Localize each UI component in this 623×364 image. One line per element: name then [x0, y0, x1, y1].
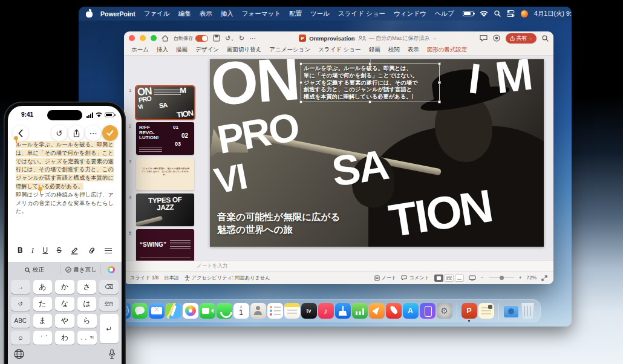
- menu-clock[interactable]: 4月1日(火) 9:41: [534, 10, 572, 18]
- contacts-icon[interactable]: [250, 303, 266, 319]
- key-ha-row[interactable]: は: [77, 297, 97, 311]
- zoom-button[interactable]: [151, 35, 157, 41]
- notes-bar[interactable]: ノートを入力: [124, 261, 553, 271]
- messages-icon[interactable]: [132, 303, 148, 319]
- pages-icon[interactable]: [369, 303, 385, 319]
- slide-thumbnail-2[interactable]: R/FFREVO-LUTION! 01 02 03: [136, 122, 194, 155]
- key-space[interactable]: 空白: [99, 297, 119, 311]
- zoom-slider[interactable]: [489, 278, 514, 278]
- stickies-icon[interactable]: [478, 303, 494, 319]
- slide-sorter-view-button[interactable]: [445, 275, 454, 282]
- minimize-button[interactable]: [140, 35, 146, 41]
- key-wa-row[interactable]: わ: [55, 331, 74, 345]
- facetime-icon[interactable]: [200, 303, 215, 319]
- slide-thumbnail-5[interactable]: “SWING”: [136, 229, 194, 261]
- menu-window[interactable]: ウィンドウ: [394, 10, 426, 18]
- home-icon[interactable]: [161, 35, 169, 42]
- iphone-mirroring-icon[interactable]: [420, 303, 435, 319]
- proofread-button[interactable]: 校正: [8, 265, 61, 275]
- selection-handle[interactable]: [438, 81, 441, 84]
- link-icon[interactable]: [88, 247, 96, 255]
- launchpad-icon[interactable]: [386, 303, 402, 319]
- selection-handle[interactable]: [438, 100, 441, 103]
- key-abc[interactable]: ABC: [11, 314, 30, 328]
- menu-app-name[interactable]: PowerPoint: [100, 10, 135, 18]
- slideshow-button[interactable]: [469, 275, 476, 281]
- comments-icon[interactable]: [480, 34, 488, 42]
- phone-icon[interactable]: [217, 303, 232, 319]
- save-status[interactable]: — 自分のMacに保存済み: [369, 34, 430, 42]
- key-na-row[interactable]: な: [55, 297, 74, 311]
- menu-tools[interactable]: ツール: [310, 10, 330, 18]
- list-format-icon[interactable]: [105, 248, 112, 253]
- menu-extra-app-icon[interactable]: [521, 10, 528, 18]
- selection-handle[interactable]: [438, 62, 441, 65]
- accessibility-status[interactable]: アクセシビリティ: 問題ありません: [184, 275, 270, 281]
- share-button[interactable]: 共有 ⌄: [506, 33, 537, 44]
- powerpoint-dock-icon[interactable]: P: [462, 303, 477, 319]
- autosave-control[interactable]: 自動保存: [174, 35, 208, 42]
- save-status-chevron-icon[interactable]: ⌄: [433, 36, 437, 41]
- notes-toggle[interactable]: ノート: [374, 275, 397, 281]
- tab-insert[interactable]: 挿入: [157, 46, 168, 54]
- search-icon[interactable]: [542, 35, 549, 42]
- tab-animations[interactable]: アニメーション: [269, 46, 310, 54]
- reading-view-button[interactable]: [455, 275, 464, 282]
- tab-transitions[interactable]: 画面切り替え: [227, 46, 261, 54]
- close-button[interactable]: [129, 35, 135, 41]
- key-ra-row[interactable]: ら: [77, 314, 97, 328]
- undo-button[interactable]: ↺: [51, 125, 67, 141]
- slide-thumbnail-3[interactable]: 「ジャズは一種の言語だ。私たちは楽器の音を声として出しながら、互いに話し合ってい…: [136, 158, 194, 190]
- key-ka-row[interactable]: か: [55, 280, 74, 294]
- document-text[interactable]: ルールを学ぶ。ルールを破る。即興とは、単に「その場で何かを創る」ことではない。ジ…: [16, 141, 114, 216]
- key-ma-row[interactable]: ま: [33, 314, 53, 328]
- slide-canvas[interactable]: ON I M PRO VI SA TION 音楽の可能性が無限に広がる 魅惑の世…: [210, 59, 544, 247]
- tab-shape-format[interactable]: 図形の書式設定: [427, 46, 468, 54]
- photos-icon[interactable]: [183, 303, 198, 319]
- more-toolbar-button[interactable]: ⋯: [249, 35, 256, 42]
- undo-button[interactable]: ↺⌄: [225, 35, 234, 42]
- music-icon[interactable]: ♪: [318, 303, 334, 319]
- apple-intelligence-button[interactable]: [101, 265, 122, 275]
- mail-icon[interactable]: [149, 303, 165, 319]
- menu-edit[interactable]: 編集: [178, 10, 191, 18]
- menu-view[interactable]: 表示: [200, 10, 212, 18]
- strikethrough-button[interactable]: S: [57, 247, 62, 254]
- tab-slideshow[interactable]: スライド ショー: [318, 46, 360, 54]
- notes-app-icon[interactable]: [284, 303, 300, 319]
- key-emoji[interactable]: ☺: [11, 331, 30, 345]
- apple-menu-icon[interactable]: [86, 10, 93, 18]
- globe-key-icon[interactable]: [14, 349, 24, 359]
- language-indicator[interactable]: 日本語: [164, 275, 179, 281]
- slide-thumbnail-1[interactable]: ON M PRO VI SA TION: [136, 86, 194, 119]
- keynote-icon[interactable]: [335, 303, 351, 319]
- zoom-out-button[interactable]: −: [481, 275, 484, 281]
- menu-arrange[interactable]: 配置: [289, 10, 302, 18]
- control-center-icon[interactable]: [507, 10, 515, 17]
- tab-design[interactable]: デザイン: [195, 46, 219, 54]
- menu-insert[interactable]: 挿入: [221, 10, 233, 18]
- document-title[interactable]: OnImprovisation: [309, 35, 354, 42]
- menu-format[interactable]: フォーマット: [242, 10, 281, 18]
- key-arrow[interactable]: →: [11, 280, 30, 294]
- selection-handle[interactable]: [299, 62, 302, 65]
- search-icon[interactable]: [494, 10, 501, 17]
- selection-handle[interactable]: [299, 100, 302, 103]
- tab-record[interactable]: 録画: [369, 46, 380, 54]
- key-dakuten[interactable]: ゛゜: [33, 331, 53, 345]
- redo-button[interactable]: ↻: [239, 35, 244, 42]
- bold-button[interactable]: B: [18, 247, 23, 254]
- key-ya-row[interactable]: や: [55, 314, 74, 328]
- menu-help[interactable]: ヘルプ: [435, 10, 454, 18]
- numbers-icon[interactable]: [352, 303, 368, 319]
- selection-handle[interactable]: [299, 81, 302, 84]
- selection-handle[interactable]: [368, 100, 371, 103]
- autosave-toggle[interactable]: [195, 35, 208, 42]
- app-store-icon[interactable]: A: [403, 303, 419, 319]
- menu-slideshow[interactable]: スライド ショー: [338, 10, 385, 18]
- normal-view-button[interactable]: [434, 275, 443, 282]
- rewrite-button[interactable]: 書き直し: [61, 265, 101, 275]
- done-check-button[interactable]: [102, 125, 118, 141]
- underline-button[interactable]: U: [43, 247, 48, 254]
- slide-caption[interactable]: 音楽の可能性が無限に広がる 魅惑の世界への旅: [217, 210, 340, 236]
